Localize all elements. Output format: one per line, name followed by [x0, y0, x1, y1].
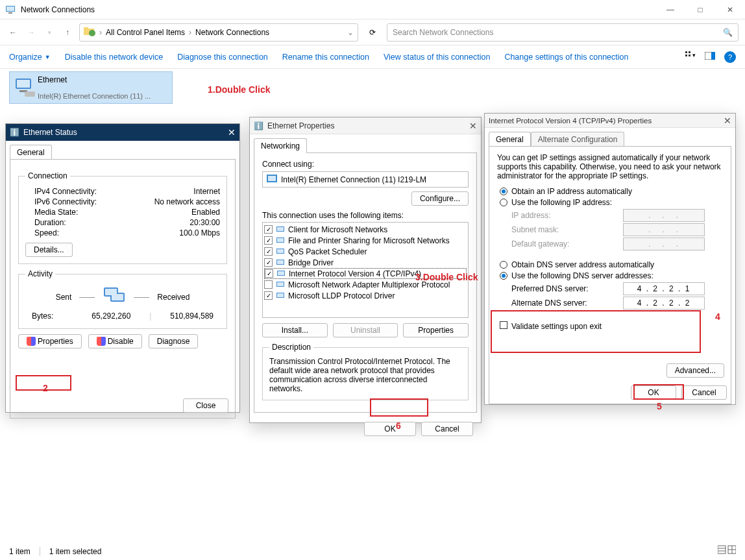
- item-label: QoS Packet Scheduler: [288, 247, 367, 256]
- radio-obtain-ip-auto[interactable]: Obtain an IP address automatically: [500, 187, 723, 196]
- close-button[interactable]: ✕: [715, 0, 745, 19]
- configure-button[interactable]: Configure...: [411, 191, 469, 206]
- cmd-rename[interactable]: Rename this connection: [282, 53, 369, 62]
- value-duration: 20:30:00: [189, 218, 220, 227]
- up-button[interactable]: ↑: [61, 26, 74, 39]
- label-ipv4: IPv4 Connectivity:: [34, 187, 97, 196]
- dialog-title-bar[interactable]: ℹ️ Ethernet Properties ✕: [250, 117, 481, 134]
- ok-button[interactable]: OK: [364, 422, 416, 436]
- checkbox-icon[interactable]: ✓: [264, 236, 273, 245]
- checkbox-icon[interactable]: ✓: [265, 269, 273, 278]
- annotation-4: 4: [715, 311, 720, 322]
- list-item[interactable]: ✓Bridge Driver: [264, 257, 467, 268]
- search-input[interactable]: Search Network Connections 🔍: [387, 23, 739, 42]
- list-item[interactable]: ✓Client for Microsoft Networks: [264, 224, 467, 235]
- annotation-2: 2: [43, 383, 48, 393]
- radio-icon: [500, 272, 507, 280]
- svg-text:▾: ▾: [692, 52, 696, 58]
- close-icon[interactable]: ✕: [724, 116, 731, 126]
- install-button[interactable]: Install...: [262, 323, 328, 337]
- items-list[interactable]: ✓Client for Microsoft Networks✓File and …: [262, 222, 469, 318]
- svg-point-5: [89, 30, 95, 36]
- component-icon: [275, 280, 286, 289]
- checkbox-icon[interactable]: ✓: [264, 291, 273, 300]
- properties-button[interactable]: Properties: [18, 334, 82, 348]
- status-selected-count: 1 item selected: [49, 547, 102, 556]
- annotation-highlight: [491, 310, 701, 353]
- label-dns1: Preferred DNS server:: [511, 284, 623, 293]
- uninstall-button[interactable]: Uninstall: [333, 323, 398, 337]
- component-icon: [275, 225, 286, 234]
- close-icon[interactable]: ✕: [228, 127, 236, 138]
- details-view-icon[interactable]: [718, 545, 736, 556]
- view-options-icon[interactable]: ▾: [685, 51, 696, 62]
- maximize-button[interactable]: □: [685, 0, 715, 19]
- checkbox-icon[interactable]: ✓: [264, 247, 273, 256]
- minimize-button[interactable]: —: [655, 0, 685, 19]
- dialog-title-bar[interactable]: Internet Protocol Version 4 (TCP/IPv4) P…: [485, 114, 735, 128]
- advanced-button[interactable]: Advanced...: [666, 363, 724, 378]
- input-preferred-dns[interactable]: 4 . 2 . 2 . 1: [623, 282, 705, 295]
- label-ip: IP address:: [511, 211, 623, 220]
- cancel-button[interactable]: Cancel: [421, 422, 473, 436]
- radio-obtain-dns-auto[interactable]: Obtain DNS server address automatically: [500, 260, 723, 269]
- tab-alt-config[interactable]: Alternate Configuration: [531, 132, 625, 147]
- chevron-down-icon[interactable]: ⌄: [347, 28, 354, 37]
- details-button[interactable]: Details...: [25, 243, 73, 257]
- list-item[interactable]: ✓File and Printer Sharing for Microsoft …: [264, 235, 467, 246]
- title-bar: Network Connections — □ ✕: [0, 0, 745, 19]
- close-button[interactable]: Close: [183, 398, 228, 413]
- ethernet-properties-dialog: ℹ️ Ethernet Properties ✕ Networking Conn…: [249, 117, 482, 423]
- back-button[interactable]: ←: [6, 26, 19, 39]
- cmd-view-status[interactable]: View status of this connection: [384, 53, 490, 62]
- value-ipv6: No network access: [154, 197, 220, 206]
- ethernet-status-dialog: ℹ️ Ethernet Status ✕ General Connection …: [5, 123, 240, 413]
- svg-rect-4: [84, 27, 88, 30]
- svg-rect-12: [711, 52, 715, 60]
- address-bar[interactable]: › All Control Panel Items › Network Conn…: [79, 23, 358, 42]
- disable-button[interactable]: Disable: [88, 334, 142, 348]
- preview-pane-icon[interactable]: [705, 52, 715, 62]
- cmd-disable[interactable]: Disable this network device: [65, 53, 163, 62]
- cancel-button[interactable]: Cancel: [681, 385, 727, 400]
- item-properties-button[interactable]: Properties: [403, 323, 469, 337]
- cmd-diagnose[interactable]: Diagnose this connection: [177, 53, 268, 62]
- list-item[interactable]: ✓QoS Packet Scheduler: [264, 246, 467, 257]
- label-media: Media State:: [34, 208, 78, 217]
- svg-rect-36: [277, 282, 284, 286]
- adapter-name: Ethernet: [38, 75, 170, 84]
- input-alternate-dns[interactable]: 4 . 2 . 2 . 2: [623, 297, 705, 310]
- cmd-change-settings[interactable]: Change settings of this connection: [504, 53, 628, 62]
- checkbox-icon[interactable]: ✓: [264, 225, 273, 234]
- status-item-count: 1 item: [9, 547, 31, 556]
- dialog-title: Ethernet Status: [23, 128, 77, 137]
- svg-rect-9: [689, 55, 690, 56]
- dialog-title-bar[interactable]: ℹ️ Ethernet Status ✕: [6, 124, 239, 141]
- refresh-button[interactable]: ⟳: [363, 23, 382, 42]
- help-icon[interactable]: ?: [724, 51, 736, 63]
- info-icon: ℹ️: [254, 121, 263, 130]
- forward-button[interactable]: →: [25, 26, 38, 39]
- list-item[interactable]: ✓Microsoft LLDP Protocol Driver: [264, 290, 467, 301]
- label-mask: Subnet mask:: [511, 225, 623, 234]
- tab-networking[interactable]: Networking: [254, 138, 307, 153]
- checkbox-icon[interactable]: ✓: [264, 258, 273, 267]
- label-ipv6: IPv6 Connectivity:: [34, 197, 97, 206]
- tab-general[interactable]: General: [10, 145, 52, 160]
- item-label: Bridge Driver: [288, 258, 334, 267]
- breadcrumb-item[interactable]: Network Connections: [195, 28, 269, 37]
- breadcrumb-item[interactable]: All Control Panel Items: [106, 28, 185, 37]
- radio-use-ip[interactable]: Use the following IP address:: [500, 198, 723, 207]
- annotation-5: 5: [657, 401, 662, 411]
- close-icon[interactable]: ✕: [469, 121, 477, 131]
- recent-button[interactable]: ▾: [43, 26, 56, 39]
- diagnose-button[interactable]: Diagnose: [149, 334, 199, 348]
- tab-general[interactable]: General: [489, 132, 531, 147]
- radio-use-dns[interactable]: Use the following DNS server addresses:: [500, 271, 723, 280]
- folder-icon: [84, 26, 95, 38]
- organize-menu[interactable]: Organize ▼: [9, 53, 51, 62]
- adapter-ethernet[interactable]: Ethernet Intel(R) Ethernet Connection (1…: [9, 71, 173, 104]
- annotation-6: 6: [396, 420, 401, 431]
- checkbox-icon[interactable]: [264, 280, 273, 289]
- radio-icon: [500, 261, 507, 269]
